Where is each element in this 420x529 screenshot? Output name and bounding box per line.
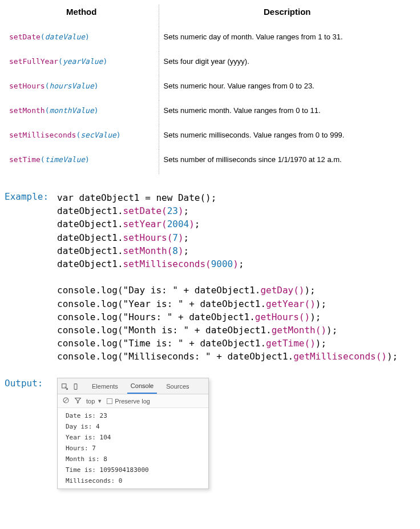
method-signature: setMilliseconds(secValue) [5, 125, 159, 150]
table-row: setDate(dateValue)Sets numeric day of mo… [5, 27, 415, 51]
context-selector[interactable]: top ▼ [86, 398, 102, 405]
method-description: Sets numeric day of month. Value ranges … [159, 27, 415, 51]
chevron-down-icon: ▼ [97, 398, 102, 404]
table-row: setMonth(monthValue)Sets numeric month. … [5, 100, 415, 125]
method-signature: setTime(timeValue) [5, 150, 159, 174]
console-line: Month is: 8 [58, 454, 208, 465]
filter-icon[interactable] [74, 397, 82, 405]
svg-rect-1 [74, 384, 77, 390]
table-row: setHours(hoursValue)Sets numeric hour. V… [5, 76, 415, 100]
method-signature: setFullYear(yearValue) [5, 51, 159, 76]
console-line: Hours: 7 [58, 443, 208, 454]
clear-icon[interactable] [62, 397, 70, 405]
example-label: Example: [5, 191, 57, 202]
devtools-toolbar: top ▼ Preserve log [58, 394, 208, 408]
method-signature: setMonth(monthValue) [5, 100, 159, 125]
console-line: Year is: 104 [58, 432, 208, 443]
context-label: top [86, 398, 95, 405]
tab-sources[interactable]: Sources [163, 381, 192, 393]
method-description: Sets numeric milliseconds. Value ranges … [159, 125, 415, 150]
console-line: Date is: 23 [58, 410, 208, 421]
checkbox-icon [107, 398, 112, 404]
header-description: Description [159, 5, 415, 27]
console-line: Day is: 4 [58, 421, 208, 432]
table-row: setMilliseconds(secValue)Sets numeric mi… [5, 125, 415, 150]
header-method: Method [5, 5, 159, 27]
devtools-panel: Elements Console Sources top ▼ Preserve … [57, 378, 209, 489]
preserve-log-label: Preserve log [115, 398, 150, 405]
output-section: Output: Elements Console Sources top ▼ P… [5, 378, 415, 489]
inspect-icon[interactable] [61, 383, 68, 391]
console-output: Date is: 23Day is: 4Year is: 104Hours: 7… [58, 408, 208, 488]
method-signature: setHours(hoursValue) [5, 76, 159, 100]
table-row: setFullYear(yearValue)Sets four digit ye… [5, 51, 415, 76]
devtools-tabbar: Elements Console Sources [58, 378, 208, 394]
method-description: Sets numeric hour. Value ranges from 0 t… [159, 76, 415, 100]
example-section: Example: var dateObject1 = new Date(); d… [5, 191, 415, 363]
preserve-log-checkbox[interactable]: Preserve log [107, 398, 150, 405]
device-icon[interactable] [72, 383, 79, 391]
table-row: setTime(timeValue)Sets number of millise… [5, 150, 415, 174]
output-label: Output: [5, 378, 57, 389]
tab-elements[interactable]: Elements [88, 381, 122, 393]
example-code: var dateObject1 = new Date(); dateObject… [57, 191, 398, 363]
method-signature: setDate(dateValue) [5, 27, 159, 51]
methods-table: Method Description setDate(dateValue)Set… [5, 5, 415, 174]
tab-console[interactable]: Console [127, 381, 157, 394]
console-line: Milliseconds: 0 [58, 475, 208, 486]
console-line: Time is: 1095904183000 [58, 465, 208, 475]
method-description: Sets numeric month. Value ranges from 0 … [159, 100, 415, 125]
method-description: Sets number of milliseconds since 1/1/19… [159, 150, 415, 174]
svg-line-3 [64, 399, 68, 403]
method-description: Sets four digit year (yyyy). [159, 51, 415, 76]
